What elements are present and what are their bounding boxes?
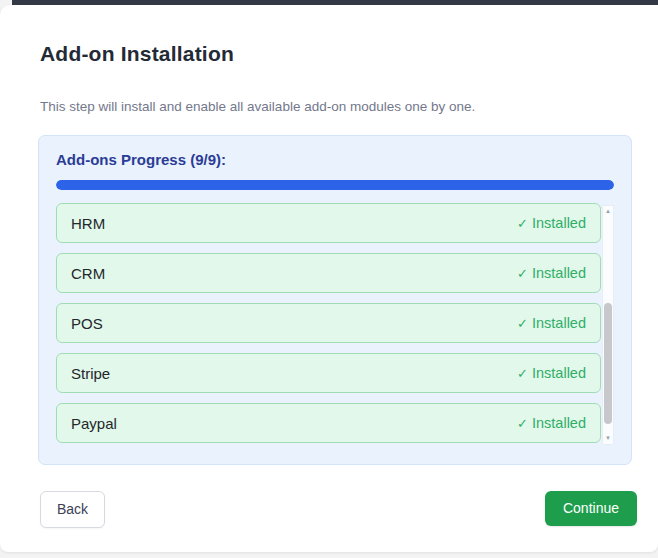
progress-bar [56,180,614,190]
addons-progress-label: Add-ons Progress (9/9): [56,151,614,168]
continue-button[interactable]: Continue [545,491,637,526]
scrollbar-thumb[interactable] [604,303,612,424]
scroll-down-icon[interactable]: ▼ [603,433,613,444]
addon-status-badge: ✓ Installed [517,215,586,231]
scroll-up-icon[interactable]: ▲ [603,206,613,217]
addon-row: HRM ✓ Installed [56,203,601,243]
addon-name: CRM [71,265,105,282]
check-icon: ✓ [517,216,528,231]
addon-status-text: Installed [532,365,586,381]
addon-status-badge: ✓ Installed [517,365,586,381]
addon-status-text: Installed [532,265,586,281]
addons-progress-card: Add-ons Progress (9/9): HRM ✓ Installed … [38,135,632,465]
addon-status-badge: ✓ Installed [517,415,586,431]
addon-name: Paypal [71,415,117,432]
addon-status-text: Installed [532,215,586,231]
page-subtitle: This step will install and enable all av… [40,99,475,114]
addon-name: POS [71,315,103,332]
addon-status-badge: ✓ Installed [517,315,586,331]
addon-row: POS ✓ Installed [56,303,601,343]
page-title: Add-on Installation [40,42,234,66]
back-button[interactable]: Back [40,491,105,528]
addon-status-text: Installed [532,315,586,331]
check-icon: ✓ [517,316,528,331]
addon-name: HRM [71,215,105,232]
addon-status-text: Installed [532,415,586,431]
wizard-step-card: Add-on Installation This step will insta… [0,5,658,552]
addon-row: CRM ✓ Installed [56,253,601,293]
addon-name: Stripe [71,365,110,382]
progress-bar-fill [56,180,614,190]
addon-row: Paypal ✓ Installed [56,403,601,443]
check-icon: ✓ [517,416,528,431]
addon-status-badge: ✓ Installed [517,265,586,281]
list-scrollbar[interactable]: ▲ ▼ [602,205,614,445]
check-icon: ✓ [517,266,528,281]
addon-list: HRM ✓ Installed CRM ✓ Installed POS ✓ In… [56,203,614,445]
check-icon: ✓ [517,366,528,381]
scrollbar-track[interactable] [603,217,613,433]
addon-row: Stripe ✓ Installed [56,353,601,393]
wizard-footer: Back Continue [40,491,637,528]
